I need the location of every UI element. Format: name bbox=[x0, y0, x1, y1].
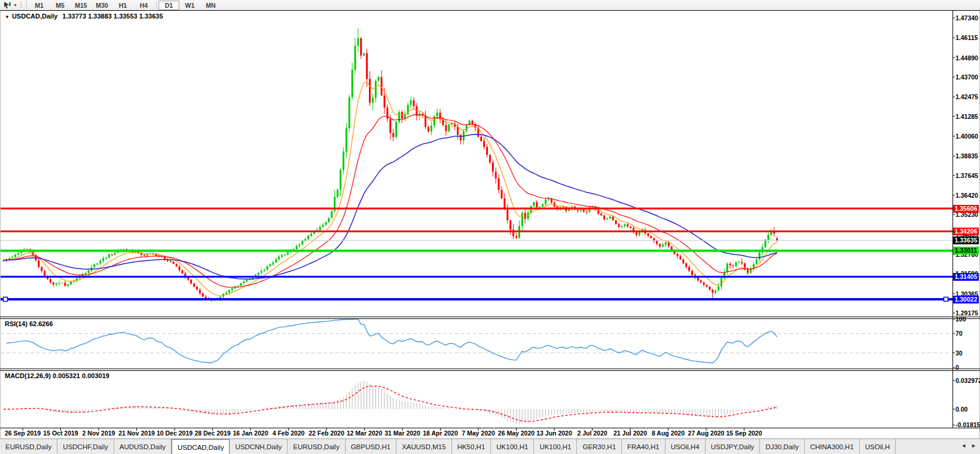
price-level-badge: 1.33011 bbox=[953, 247, 979, 254]
chart-tab-usdcnh-daily[interactable]: USDCNH,Daily bbox=[230, 439, 288, 454]
chart-tab-fra40-h1[interactable]: FRA40,H1 bbox=[622, 439, 665, 454]
chart-window[interactable] bbox=[0, 10, 980, 438]
timeframe-button-h1[interactable]: H1 bbox=[112, 1, 133, 10]
timeframe-button-h4[interactable]: H4 bbox=[133, 1, 154, 10]
macd-indicator-label: MACD(12,26,9) 0.005321 0.003019 bbox=[5, 372, 109, 379]
price-tick-label: 1.41285 bbox=[955, 113, 978, 120]
price-tick-label: 1.37645 bbox=[955, 172, 978, 179]
timeframe-button-d1[interactable]: D1 bbox=[158, 1, 179, 10]
chart-cursor-icon[interactable] bbox=[2, 1, 13, 10]
chart-tab-eurusd-daily[interactable]: EURUSD,Daily bbox=[0, 439, 57, 454]
chart-tab-usoil-h4[interactable]: USOil,H4 bbox=[665, 439, 706, 454]
timeframe-button-m15[interactable]: M15 bbox=[71, 1, 91, 10]
mt4-terminal: ▼ M1M5M15M30H1H4D1W1MN ▼USDCAD,Daily1.33… bbox=[0, 0, 980, 454]
price-level-badge: 1.35606 bbox=[953, 205, 979, 213]
chart-cursor-icon-glyph bbox=[3, 1, 11, 9]
chart-tab-xauusd-m15[interactable]: XAUUSD,M15 bbox=[396, 439, 452, 454]
toolbar-separator bbox=[156, 1, 157, 9]
rsi-tick-label: 100 bbox=[955, 315, 966, 323]
chart-tab-china300-h1[interactable]: CHINA300,H1 bbox=[805, 439, 860, 454]
timeframe-button-m30[interactable]: M30 bbox=[91, 1, 112, 10]
tab-scroll-left-icon[interactable]: ◄ bbox=[961, 443, 966, 449]
price-tick-label: 1.38835 bbox=[955, 152, 978, 159]
chart-title: ▼USDCAD,Daily1.33773 1.33883 1.33553 1.3… bbox=[5, 13, 163, 20]
rsi-macd-separator-2 bbox=[0, 370, 980, 371]
price-level-badge: 1.34206 bbox=[953, 228, 979, 235]
main-rsi-separator-2 bbox=[0, 318, 980, 319]
toolbar-separator bbox=[26, 1, 27, 9]
price-tick-label: 1.46115 bbox=[955, 34, 978, 41]
timeframe-button-m1[interactable]: M1 bbox=[29, 1, 50, 10]
current-price-badge: 1.33635 bbox=[953, 237, 979, 244]
chart-tab-ger30-h1[interactable]: GER30,H1 bbox=[577, 439, 622, 454]
timeframe-button-mn[interactable]: MN bbox=[200, 1, 221, 10]
rsi-indicator-label: RSI(14) 62.6266 bbox=[5, 320, 53, 327]
chart-tab-bar: EURUSD,DailyUSDCHF,DailyAUDUSD,DailyUSDC… bbox=[0, 438, 980, 454]
chart-tab-usdcad-daily[interactable]: USDCAD,Daily bbox=[172, 439, 230, 454]
ohlc-values: 1.33773 1.33883 1.33553 1.33635 bbox=[62, 13, 163, 20]
timeframe-button-m5[interactable]: M5 bbox=[50, 1, 71, 10]
chart-tab-dj30-daily[interactable]: DJ30,Daily bbox=[760, 439, 805, 454]
rsi-tick-label: 0 bbox=[955, 364, 959, 371]
rsi-tick-label: 70 bbox=[955, 330, 963, 337]
timeframe-toolbar: ▼ M1M5M15M30H1H4D1W1MN bbox=[0, 0, 980, 11]
chart-tab-usoil-h[interactable]: USOil,H bbox=[860, 439, 896, 454]
toolbar-grip bbox=[20, 2, 22, 9]
price-tick-label: 1.40060 bbox=[955, 133, 978, 140]
chart-top-border bbox=[0, 10, 980, 11]
timeframe-button-w1[interactable]: W1 bbox=[179, 1, 200, 10]
chart-tab-usdchf-daily[interactable]: USDCHF,Daily bbox=[57, 439, 114, 454]
main-rsi-separator[interactable] bbox=[0, 317, 980, 317]
macd-tick-label: 0.032972 bbox=[955, 377, 980, 384]
price-level-badge: 1.30022 bbox=[953, 296, 979, 303]
tab-scroll-right-icon[interactable]: ► bbox=[971, 443, 976, 449]
chart-tab-usdjpy-daily[interactable]: USDJPY,Daily bbox=[706, 439, 761, 454]
timeframe-buttons: M1M5M15M30H1H4D1W1MN bbox=[29, 1, 221, 10]
price-tick-label: 1.42475 bbox=[955, 93, 978, 100]
macd-bottom-border bbox=[0, 428, 980, 428]
chart-tab-hk50-h1[interactable]: HK50,H1 bbox=[452, 439, 491, 454]
date-tick-label: 15 Sep 2020 bbox=[718, 430, 771, 437]
tab-scroll-arrows: ◄ ► bbox=[958, 440, 979, 451]
rsi-tick-label: 30 bbox=[955, 349, 963, 357]
rsi-macd-separator[interactable] bbox=[0, 369, 980, 369]
price-tick-label: 1.36420 bbox=[955, 192, 978, 199]
macd-tick-label: -0.018154 bbox=[955, 421, 980, 428]
chart-tab-uk100-h1[interactable]: UK100,H1 bbox=[534, 439, 577, 454]
price-axis-border bbox=[952, 10, 953, 428]
macd-tick-label: 0.00 bbox=[955, 406, 967, 413]
price-level-badge: 1.31405 bbox=[953, 273, 979, 281]
chevron-down-icon[interactable]: ▼ bbox=[13, 3, 17, 7]
chart-tab-uk100-h1[interactable]: UK100,H1 bbox=[491, 439, 534, 454]
title-caret-icon[interactable]: ▼ bbox=[5, 14, 10, 20]
chart-tab-eurusd-daily[interactable]: EURUSD,Daily bbox=[288, 439, 345, 454]
symbol-period-label: USDCAD,Daily bbox=[12, 13, 57, 20]
price-tick-label: 1.44890 bbox=[955, 54, 978, 62]
price-tick-label: 1.43700 bbox=[955, 73, 978, 81]
price-tick-label: 1.47340 bbox=[955, 14, 978, 22]
chart-tab-audusd-daily[interactable]: AUDUSD,Daily bbox=[114, 439, 172, 454]
chart-tab-gbpusd-h1[interactable]: GBPUSD,H1 bbox=[346, 439, 396, 454]
